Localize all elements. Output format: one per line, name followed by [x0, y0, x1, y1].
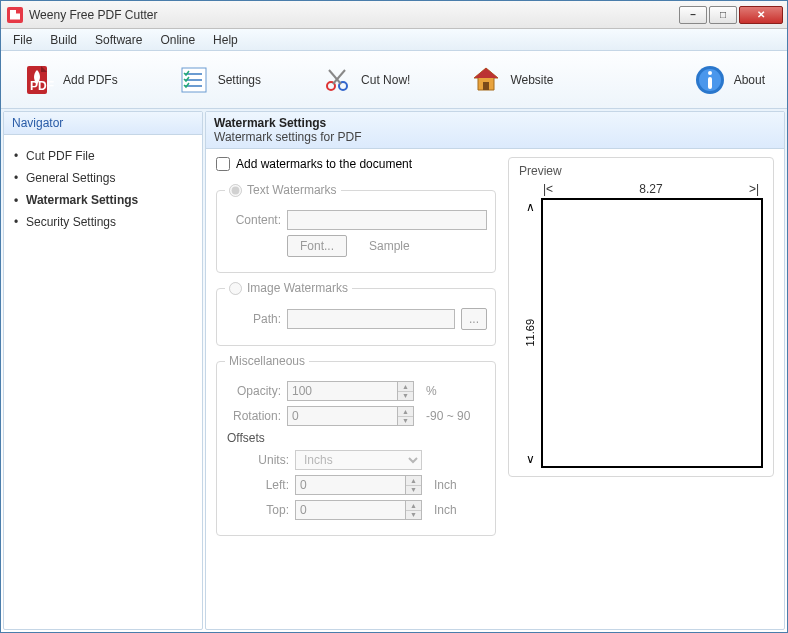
svg-point-13: [708, 71, 712, 75]
top-unit: Inch: [434, 503, 457, 517]
panel-title: Watermark Settings: [214, 116, 776, 130]
sidebar: Navigator Cut PDF File General Settings …: [3, 111, 203, 630]
close-button[interactable]: [739, 6, 783, 24]
ruler-horizontal: |< 8.27 >|: [519, 182, 763, 198]
svg-text:PDF: PDF: [30, 79, 54, 93]
info-icon: [694, 64, 726, 96]
path-label: Path:: [225, 312, 281, 326]
menu-bar: File Build Software Online Help: [1, 29, 787, 51]
ruler-vertical: ∧ 11.69 ∨: [519, 198, 541, 468]
left-label: Left:: [237, 478, 289, 492]
ruler-right-mark: >|: [749, 182, 759, 196]
path-input[interactable]: [287, 309, 455, 329]
svg-rect-10: [483, 82, 489, 90]
house-icon: [470, 64, 502, 96]
rotation-input[interactable]: [287, 406, 397, 426]
content-label: Content:: [225, 213, 281, 227]
cut-now-label: Cut Now!: [361, 73, 410, 87]
maximize-button[interactable]: [709, 6, 737, 24]
ruler-top-mark: ∧: [526, 200, 535, 214]
ruler-left-mark: |<: [543, 182, 553, 196]
menu-online[interactable]: Online: [152, 31, 203, 49]
sample-label: Sample: [369, 239, 410, 253]
panel-subtitle: Watermark settings for PDF: [214, 130, 776, 144]
sidebar-title: Navigator: [4, 112, 202, 135]
miscellaneous-legend: Miscellaneous: [225, 354, 309, 368]
left-spinner[interactable]: ▲▼: [405, 475, 422, 495]
image-watermarks-radio[interactable]: [229, 282, 242, 295]
pdf-icon: PDF: [23, 64, 55, 96]
rotation-range: -90 ~ 90: [426, 409, 470, 423]
browse-button[interactable]: ...: [461, 308, 487, 330]
page-height: 11.69: [524, 319, 536, 347]
units-select[interactable]: Inchs: [295, 450, 422, 470]
settings-label: Settings: [218, 73, 261, 87]
menu-build[interactable]: Build: [42, 31, 85, 49]
sidebar-item-security-settings[interactable]: Security Settings: [10, 211, 196, 233]
left-unit: Inch: [434, 478, 457, 492]
opacity-spinner[interactable]: ▲▼: [397, 381, 414, 401]
content-input[interactable]: [287, 210, 487, 230]
add-pdfs-button[interactable]: PDF Add PDFs: [13, 60, 128, 100]
app-icon: [7, 7, 23, 23]
rotation-label: Rotation:: [225, 409, 281, 423]
image-watermarks-group: Image Watermarks Path: ...: [216, 281, 496, 346]
text-watermarks-legend: Text Watermarks: [247, 183, 337, 197]
ruler-bottom-mark: ∨: [526, 452, 535, 466]
menu-file[interactable]: File: [5, 31, 40, 49]
svg-rect-14: [708, 77, 712, 89]
website-button[interactable]: Website: [460, 60, 563, 100]
preview-page: [541, 198, 763, 468]
offsets-label: Offsets: [227, 431, 487, 445]
add-watermarks-checkbox[interactable]: [216, 157, 230, 171]
main-panel: Watermark Settings Watermark settings fo…: [205, 111, 785, 630]
add-watermarks-label: Add watermarks to the document: [236, 157, 412, 171]
toolbar: PDF Add PDFs Settings Cut Now! Website: [1, 51, 787, 109]
font-button[interactable]: Font...: [287, 235, 347, 257]
top-input[interactable]: [295, 500, 405, 520]
scissors-icon: [321, 64, 353, 96]
about-button[interactable]: About: [684, 60, 775, 100]
window-title: Weeny Free PDF Cutter: [29, 8, 677, 22]
preview-title: Preview: [519, 164, 763, 178]
minimize-button[interactable]: [679, 6, 707, 24]
left-input[interactable]: [295, 475, 405, 495]
units-label: Units:: [237, 453, 289, 467]
sidebar-item-cut-pdf[interactable]: Cut PDF File: [10, 145, 196, 167]
opacity-unit: %: [426, 384, 437, 398]
about-label: About: [734, 73, 765, 87]
sidebar-item-general-settings[interactable]: General Settings: [10, 167, 196, 189]
opacity-label: Opacity:: [225, 384, 281, 398]
settings-button[interactable]: Settings: [168, 60, 271, 100]
add-pdfs-label: Add PDFs: [63, 73, 118, 87]
text-watermarks-radio[interactable]: [229, 184, 242, 197]
website-label: Website: [510, 73, 553, 87]
sidebar-item-watermark-settings[interactable]: Watermark Settings: [10, 189, 196, 211]
top-spinner[interactable]: ▲▼: [405, 500, 422, 520]
opacity-input[interactable]: [287, 381, 397, 401]
top-label: Top:: [237, 503, 289, 517]
settings-icon: [178, 64, 210, 96]
page-width: 8.27: [553, 182, 749, 196]
menu-software[interactable]: Software: [87, 31, 150, 49]
miscellaneous-group: Miscellaneous Opacity: ▲▼ % Rotation:: [216, 354, 496, 536]
rotation-spinner[interactable]: ▲▼: [397, 406, 414, 426]
menu-help[interactable]: Help: [205, 31, 246, 49]
text-watermarks-group: Text Watermarks Content: Font... Sample: [216, 183, 496, 273]
titlebar: Weeny Free PDF Cutter: [1, 1, 787, 29]
cut-now-button[interactable]: Cut Now!: [311, 60, 420, 100]
image-watermarks-legend: Image Watermarks: [247, 281, 348, 295]
preview-group: Preview |< 8.27 >| ∧ 11.69 ∨: [508, 157, 774, 477]
